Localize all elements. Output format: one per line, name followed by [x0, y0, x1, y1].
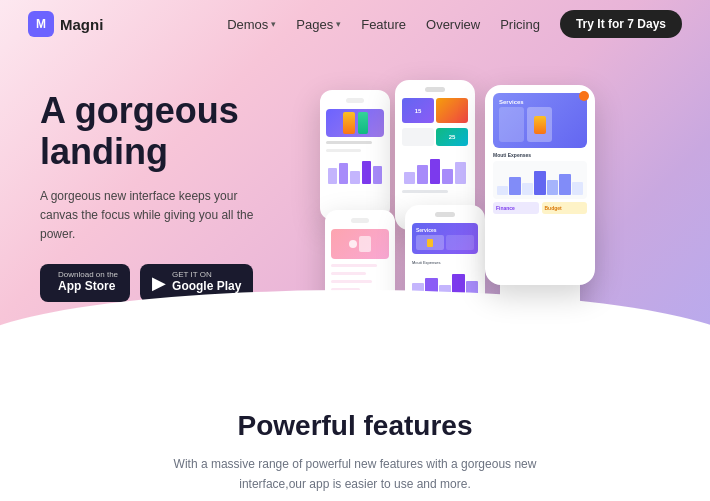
google-play-icon: ▶ — [152, 272, 166, 294]
hero-description: A gorgeous new interface keeps your canv… — [40, 187, 260, 245]
phone-mockup-4 — [325, 210, 395, 340]
google-play-button[interactable]: ▶ GET IT ON Google Play — [140, 264, 253, 302]
phone-mockup-5: Services Mouti Expenses — [405, 205, 485, 345]
google-play-text: GET IT ON Google Play — [172, 271, 241, 295]
phone-mockup-3: Services Mouti Expenses — [485, 85, 595, 285]
cta-button[interactable]: Try It for 7 Days — [560, 10, 682, 38]
phone-mockup-1 — [320, 90, 390, 220]
logo-name: Magni — [60, 16, 103, 33]
nav-link-pricing[interactable]: Pricing — [500, 17, 540, 32]
logo[interactable]: M Magni — [28, 11, 103, 37]
nav-links: Demos ▾ Pages ▾ Feature Overview Pricing… — [227, 10, 682, 38]
nav-link-feature[interactable]: Feature — [361, 17, 406, 32]
app-store-button[interactable]: Download on the App Store — [40, 264, 130, 302]
nav-link-overview[interactable]: Overview — [426, 17, 480, 32]
nav-link-pages[interactable]: Pages ▾ — [296, 17, 341, 32]
logo-icon: M — [28, 11, 54, 37]
nav-link-demos[interactable]: Demos ▾ — [227, 17, 276, 32]
features-title: Powerful features — [40, 410, 670, 442]
navbar: M Magni Demos ▾ Pages ▾ Feature Overview… — [0, 0, 710, 48]
chevron-down-icon: ▾ — [336, 19, 341, 29]
phones-container: 15 25 — [320, 80, 670, 350]
hero-text: A gorgeous landing A gorgeous new interf… — [40, 80, 300, 302]
hero-buttons: Download on the App Store ▶ GET IT ON Go… — [40, 264, 300, 302]
app-store-text: Download on the App Store — [58, 271, 118, 295]
hero-section: A gorgeous landing A gorgeous new interf… — [0, 0, 710, 350]
hero-title: A gorgeous landing — [40, 90, 300, 173]
features-section: Powerful features With a massive range o… — [0, 350, 710, 501]
chevron-down-icon: ▾ — [271, 19, 276, 29]
features-description: With a massive range of powerful new fea… — [165, 454, 545, 495]
